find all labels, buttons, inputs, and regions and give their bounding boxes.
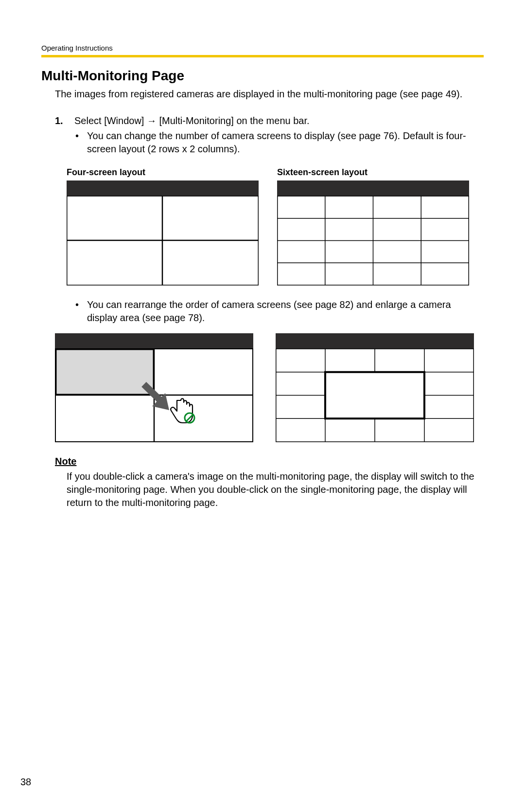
step-text-before: Select [Window] [74,115,147,126]
arrow-icon: → [147,115,157,126]
four-screen-diagram [67,180,259,286]
svg-rect-0 [67,180,259,196]
manual-page: Operating Instructions Multi-Monitoring … [0,0,525,812]
bullet-item: • You can change the number of camera sc… [75,129,484,156]
page-number: 38 [20,776,31,788]
header-rule [41,55,484,57]
note-heading: Note [55,456,484,467]
svg-rect-30 [325,372,424,419]
bullet-dot-icon: • [75,298,87,325]
bullet-text: You can rearrange the order of camera sc… [87,298,484,325]
running-head: Operating Instructions [41,44,484,52]
bullet-item: • You can rearrange the order of camera … [75,298,484,325]
sixteen-screen-layout: Sixteen-screen layout [277,167,469,286]
sixteen-screen-diagram [277,180,469,286]
bullet-2-wrap: • You can rearrange the order of camera … [75,298,484,325]
four-screen-layout: Four-screen layout [67,167,259,286]
intro-paragraph: The images from registered cameras are d… [55,88,484,101]
enlarge-area-diagram [276,333,474,442]
svg-rect-22 [276,333,474,349]
step-1: 1. Select [Window] → [Multi-Monitoring] … [55,114,484,127]
step-number: 1. [55,114,74,127]
svg-rect-12 [55,333,253,349]
step-1-bullets: • You can change the number of camera sc… [75,129,484,156]
sixteen-screen-caption: Sixteen-screen layout [277,167,469,178]
section-title: Multi-Monitoring Page [41,68,484,84]
svg-rect-16 [56,349,154,395]
bullet-text: You can change the number of camera scre… [87,129,484,156]
drag-rearrange-diagram [55,333,253,442]
step-text-after: [Multi-Monitoring] on the menu bar. [157,115,310,126]
step-text: Select [Window] → [Multi-Monitoring] on … [74,114,484,127]
layout-examples-row: Four-screen layout Sixteen-screen layout [67,167,484,286]
four-screen-caption: Four-screen layout [67,167,259,178]
illustration-row [55,333,484,442]
svg-rect-4 [277,180,469,196]
bullet-dot-icon: • [75,129,87,156]
note-body: If you double-click a camera's image on … [67,470,484,509]
